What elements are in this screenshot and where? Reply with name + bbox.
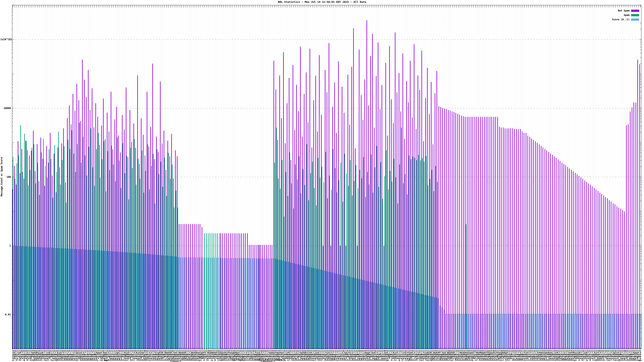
legend-swatch-score	[631, 18, 639, 21]
chart-title: RBL Statistics - Mon Jul 14 12:58:01 EDT…	[0, 0, 644, 3]
legend-label: Spam	[624, 14, 630, 16]
legend-item-spam: Spam	[624, 13, 641, 17]
x-axis-callout: ordiginigin 1	[260, 361, 275, 362]
x-axis-callout: 1 hop origin	[230, 359, 243, 361]
bar-chart-canvas	[0, 0, 644, 362]
y-tick-label: 1x10^{6}	[0, 38, 11, 41]
legend: Not SpamSpamScore (0..1)	[617, 7, 641, 22]
legend-swatch-not_spam	[631, 10, 639, 12]
rbl-statistics-chart: RBL Statistics - Mon Jul 14 12:58:01 EDT…	[0, 0, 644, 362]
legend-label: Score (0..1)	[612, 18, 630, 21]
y-tick-label: 100	[0, 176, 11, 178]
legend-item-not_spam: Not Spam	[618, 8, 641, 13]
legend-item-score: Score (0..1)	[612, 17, 641, 22]
legend-swatch-spam	[631, 14, 639, 16]
y-tick-label: 0.01	[0, 313, 11, 316]
y-tick-label: 10000	[0, 107, 11, 110]
legend-label: Not Spam	[618, 9, 630, 12]
y-tick-label: 1	[0, 244, 11, 247]
x-axis-callout: origin 1	[276, 359, 284, 361]
x-axis-callout: 2 hops	[102, 360, 108, 362]
x-axis-callout: ori	[638, 360, 642, 362]
x-axis-callout: origigin 1	[170, 361, 181, 362]
